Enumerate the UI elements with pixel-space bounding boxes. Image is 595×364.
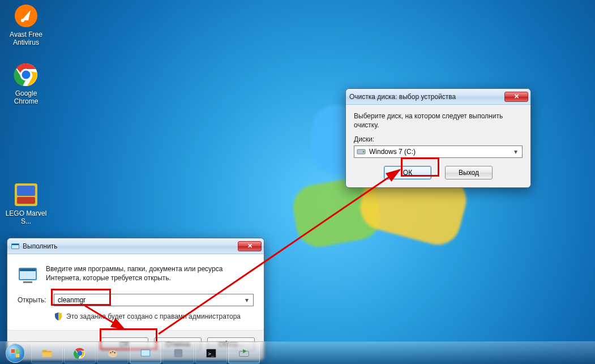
desktop-icon-chrome[interactable]: Google Chrome	[5, 62, 48, 105]
svg-rect-10	[12, 244, 19, 245]
desktop-icon-label: LEGO Marvel S...	[5, 209, 48, 225]
disk-cleanup-dialog: Очистка диска: выбор устройства ✕ Выбери…	[345, 88, 531, 188]
chevron-down-icon[interactable]: ▾	[512, 148, 520, 156]
lego-icon	[14, 182, 38, 207]
svg-rect-21	[16, 349, 19, 352]
svg-rect-14	[23, 281, 32, 283]
svg-rect-6	[17, 186, 35, 196]
svg-point-29	[114, 352, 115, 353]
desktop[interactable]: Avast Free Antivirus Google Chrome LEGO …	[0, 0, 595, 364]
desktop-icon-avast[interactable]: Avast Free Antivirus	[5, 3, 48, 46]
open-value: cleanmgr	[58, 296, 243, 304]
svg-rect-23	[16, 353, 19, 357]
start-button[interactable]	[0, 342, 31, 364]
run-icon	[11, 242, 20, 251]
taskbar-item-explorer[interactable]	[31, 343, 63, 363]
open-combobox[interactable]: cleanmgr ▾	[54, 294, 254, 306]
avast-icon	[14, 3, 38, 28]
desktop-icon-label: Google Chrome	[5, 89, 48, 105]
svg-rect-7	[17, 197, 35, 204]
cleanup-titlebar[interactable]: Очистка диска: выбор устройства ✕	[346, 89, 530, 105]
taskbar-item-chrome[interactable]	[64, 343, 96, 363]
taskbar-item-paint[interactable]	[97, 343, 129, 363]
drive-icon	[357, 147, 366, 156]
svg-point-17	[363, 151, 364, 152]
svg-point-28	[112, 350, 114, 352]
run-dialog-title: Выполнить	[23, 242, 237, 250]
desktop-icon-lego[interactable]: LEGO Marvel S...	[5, 182, 48, 225]
svg-rect-32	[174, 349, 183, 357]
close-icon: ✕	[247, 242, 252, 250]
svg-text:>_: >_	[208, 350, 215, 356]
taskbar[interactable]: >_	[0, 341, 595, 364]
cleanup-ok-button[interactable]: ОК	[384, 166, 431, 179]
desktop-icon-label: Avast Free Antivirus	[5, 31, 48, 46]
svg-rect-31	[142, 350, 150, 356]
taskbar-item-cleanup[interactable]	[228, 343, 260, 363]
run-description: Введите имя программы, папки, документа …	[46, 264, 254, 285]
svg-point-27	[110, 352, 112, 353]
open-label: Открыть:	[18, 296, 49, 304]
cleanup-exit-button[interactable]: Выход	[445, 166, 493, 179]
chevron-down-icon[interactable]: ▾	[243, 296, 251, 304]
svg-rect-13	[20, 269, 36, 271]
run-large-icon	[18, 264, 38, 285]
cleanup-close-button[interactable]: ✕	[504, 92, 528, 102]
svg-rect-22	[11, 353, 15, 357]
taskbar-item-run[interactable]	[130, 343, 161, 363]
run-close-button[interactable]: ✕	[238, 241, 262, 251]
windows-logo-icon	[6, 344, 25, 363]
cleanup-title: Очистка диска: выбор устройства	[349, 93, 503, 101]
drives-label: Диски:	[354, 135, 523, 143]
chrome-icon	[14, 62, 38, 87]
svg-rect-20	[11, 349, 15, 352]
run-dialog-titlebar[interactable]: Выполнить ✕	[7, 238, 264, 254]
admin-note: Это задание будет создано с правами адми…	[66, 312, 241, 320]
svg-point-1	[21, 19, 24, 22]
svg-point-25	[77, 350, 82, 356]
taskbar-item-cmd[interactable]: >_	[195, 343, 227, 363]
close-icon: ✕	[514, 93, 519, 100]
selected-drive: Windows 7 (C:)	[369, 148, 508, 156]
taskbar-item-generic-1[interactable]	[162, 343, 194, 363]
cleanup-message: Выберите диск, на котором следует выполн…	[354, 112, 523, 130]
drive-combobox[interactable]: Windows 7 (C:) ▾	[354, 145, 523, 158]
shield-icon	[54, 312, 63, 321]
